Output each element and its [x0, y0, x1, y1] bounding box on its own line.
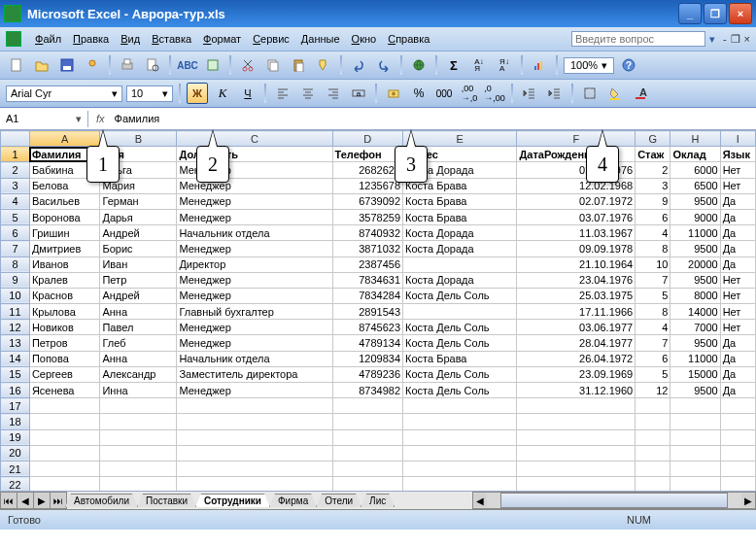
cell[interactable]: 3	[636, 178, 670, 193]
save-button[interactable]	[56, 54, 78, 76]
cell[interactable]	[403, 445, 517, 461]
cell[interactable]	[720, 477, 755, 492]
cell[interactable]: 26.04.1972	[517, 351, 636, 366]
cell[interactable]	[636, 398, 670, 414]
help-question-input[interactable]	[571, 31, 705, 47]
cell[interactable]: 20000	[670, 256, 720, 272]
cell[interactable]: 02.07.1972	[517, 193, 636, 209]
autosum-button[interactable]: Σ	[443, 54, 464, 76]
cell[interactable]: 8745623	[332, 320, 403, 335]
cell[interactable]: 4789236	[332, 366, 403, 382]
cell[interactable]: 12	[636, 383, 670, 398]
cell[interactable]: Андрей	[100, 225, 177, 241]
cell[interactable]: 11.03.1967	[517, 225, 636, 241]
cell[interactable]: 7	[636, 335, 670, 351]
cell[interactable]: 4789134	[332, 335, 403, 351]
cell[interactable]	[517, 398, 636, 414]
cell[interactable]: 7	[636, 272, 670, 288]
menu-Файл[interactable]: Файл	[29, 30, 67, 48]
cell[interactable]: Краснов	[29, 288, 100, 303]
cell[interactable]: Оклад	[670, 147, 720, 162]
research-button[interactable]	[202, 54, 223, 76]
scroll-thumb[interactable]	[500, 493, 728, 508]
cell[interactable]: 9500	[670, 193, 720, 209]
cell[interactable]: Коста Дель Соль	[403, 288, 517, 303]
menu-Вид[interactable]: Вид	[115, 30, 146, 48]
col-header-D[interactable]: D	[332, 131, 403, 147]
row-header[interactable]: 15	[1, 366, 30, 382]
cell[interactable]: 8000	[670, 288, 720, 303]
row-header[interactable]: 14	[1, 351, 30, 366]
maximize-button[interactable]: ❐	[704, 3, 727, 24]
row-header[interactable]: 4	[1, 193, 30, 209]
row-header[interactable]: 17	[1, 398, 30, 414]
cell[interactable]: Менеджер	[177, 383, 332, 398]
cell[interactable]	[332, 429, 403, 445]
cell[interactable]: 3871032	[332, 241, 403, 256]
sort-desc-button[interactable]: Я↓А	[494, 54, 515, 76]
undo-button[interactable]	[348, 54, 369, 76]
cell[interactable]: 6	[636, 351, 670, 366]
cell[interactable]: 03.07.1976	[517, 209, 636, 224]
cell[interactable]: Павел	[100, 320, 177, 335]
cell[interactable]: Да	[720, 335, 755, 351]
cell[interactable]	[720, 429, 755, 445]
cell[interactable]: Да	[720, 241, 755, 256]
cell[interactable]: Менеджер	[177, 335, 332, 351]
cell[interactable]	[670, 461, 720, 476]
row-header[interactable]: 11	[1, 304, 30, 320]
cell[interactable]: Воронова	[29, 209, 100, 224]
col-header-A[interactable]: A	[29, 131, 100, 147]
cell[interactable]: 2891543	[332, 304, 403, 320]
tab-prev-button[interactable]: ◀	[17, 492, 34, 509]
cell[interactable]: Петр	[100, 272, 177, 288]
col-header-F[interactable]: F	[517, 131, 636, 147]
cell[interactable]: Иванов	[29, 256, 100, 272]
cell[interactable]	[29, 477, 100, 492]
col-header-B[interactable]: B	[100, 131, 177, 147]
percent-button[interactable]: %	[408, 83, 430, 104]
cell[interactable]	[517, 477, 636, 492]
scroll-left-icon[interactable]: ◀	[473, 494, 487, 507]
row-header[interactable]: 6	[1, 225, 30, 241]
cell[interactable]	[720, 414, 755, 429]
align-left-button[interactable]	[272, 83, 293, 104]
cell[interactable]: Телефон	[332, 147, 403, 162]
cell[interactable]: Гришин	[29, 225, 100, 241]
cell[interactable]: 15000	[670, 366, 720, 382]
cell[interactable]: Коста Дорада	[403, 241, 517, 256]
cell[interactable]: Менеджер	[177, 193, 332, 209]
col-header-E[interactable]: E	[403, 131, 517, 147]
cell[interactable]	[403, 304, 517, 320]
decrease-indent-button[interactable]	[519, 83, 540, 104]
cell[interactable]	[720, 398, 755, 414]
cell[interactable]: 09.09.1978	[517, 241, 636, 256]
cell[interactable]: Менеджер	[177, 272, 332, 288]
cell[interactable]	[636, 414, 670, 429]
align-right-button[interactable]	[323, 83, 344, 104]
new-button[interactable]	[6, 54, 27, 76]
cell[interactable]: Менеджер	[177, 209, 332, 224]
menu-Окно[interactable]: Окно	[346, 30, 383, 48]
cell[interactable]	[100, 445, 177, 461]
cell[interactable]	[403, 398, 517, 414]
fill-color-button[interactable]	[604, 83, 626, 104]
print-preview-button[interactable]	[142, 54, 163, 76]
cell[interactable]	[100, 398, 177, 414]
cell[interactable]	[670, 398, 720, 414]
cell[interactable]: Менеджер	[177, 320, 332, 335]
cell[interactable]: 03.06.1977	[517, 320, 636, 335]
sheet-tab-Автомобили[interactable]: Автомобили	[65, 494, 138, 507]
cell[interactable]: Язык	[720, 147, 755, 162]
cell[interactable]: 17.11.1966	[517, 304, 636, 320]
cell[interactable]: 8740932	[332, 225, 403, 241]
tab-next-button[interactable]: ▶	[33, 492, 51, 509]
row-header[interactable]: 9	[1, 272, 30, 288]
cell[interactable]	[29, 429, 100, 445]
cell[interactable]: 11000	[670, 225, 720, 241]
menu-Справка[interactable]: Справка	[382, 30, 435, 48]
cell[interactable]: 14000	[670, 304, 720, 320]
cell[interactable]: Кралев	[29, 272, 100, 288]
comma-button[interactable]: 000	[433, 83, 455, 104]
cell[interactable]: 1235678	[332, 178, 403, 193]
